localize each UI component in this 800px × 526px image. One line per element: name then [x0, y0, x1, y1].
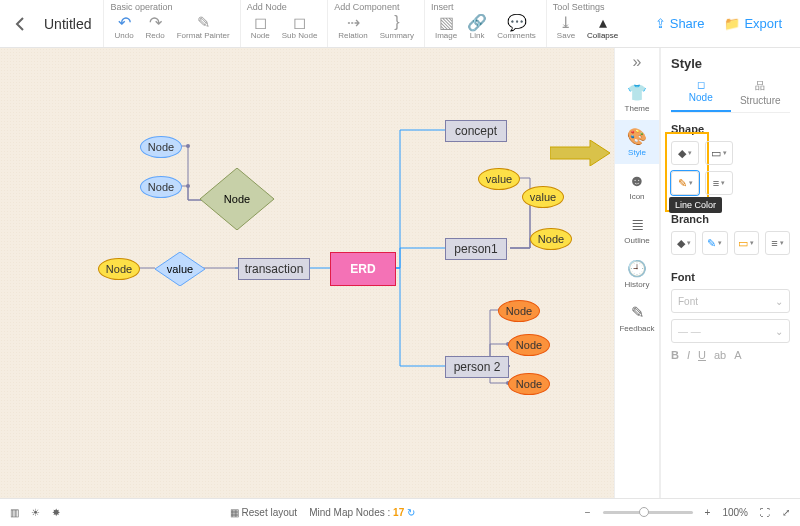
panel-tab-structure[interactable]: 品Structure — [731, 79, 791, 112]
refresh-icon[interactable]: ↻ — [407, 507, 415, 518]
subnode-icon: ◻ — [292, 14, 308, 30]
document-title[interactable]: Untitled — [32, 0, 103, 47]
node-value2[interactable]: value — [522, 186, 564, 208]
fullscreen-button[interactable]: ⤢ — [782, 507, 790, 518]
tab-icon[interactable]: ☻Icon — [615, 164, 659, 208]
node-left-ell1[interactable]: Node — [140, 136, 182, 158]
add-subnode-button[interactable]: ◻Sub Node — [278, 14, 322, 40]
back-button[interactable] — [8, 0, 32, 47]
node-orange2[interactable]: Node — [508, 334, 550, 356]
node-person2[interactable]: person 2 — [445, 356, 509, 378]
toolbar-group-basic: Basic operation ↶Undo ↷Redo ✎Format Pain… — [103, 0, 239, 47]
tab-outline[interactable]: ≣Outline — [615, 208, 659, 252]
bold-button[interactable]: B — [671, 349, 679, 361]
relation-icon: ⇢ — [345, 14, 361, 30]
node-counter: Mind Map Nodes : 17 ↻ — [309, 507, 415, 518]
image-icon: ▧ — [438, 14, 454, 30]
branch-fill-button[interactable]: ◆▾ — [671, 231, 696, 255]
svg-point-8 — [186, 144, 190, 148]
font-size-select[interactable]: — —⌄ — [671, 319, 790, 343]
toolbar-group-add-component: Add Component ⇢Relation }Summary — [327, 0, 424, 47]
node-left-ell2[interactable]: Node — [140, 176, 182, 198]
relation-button[interactable]: ⇢Relation — [334, 14, 371, 40]
panel-tab-node[interactable]: ◻Node — [671, 79, 731, 112]
node-tab-icon: ◻ — [697, 79, 705, 90]
image-button[interactable]: ▧Image — [431, 14, 461, 40]
node-orange3[interactable]: Node — [508, 373, 550, 395]
italic-button[interactable]: I — [687, 349, 690, 361]
summary-button[interactable]: }Summary — [376, 14, 418, 40]
settings-button[interactable]: ✸ — [52, 507, 60, 518]
branch-color-button[interactable]: ✎▾ — [702, 231, 727, 255]
comments-icon: 💬 — [509, 14, 525, 30]
save-button[interactable]: ⤓Save — [553, 14, 579, 40]
smiley-icon: ☻ — [629, 172, 646, 190]
shape-fill-button[interactable]: ◆▾ — [671, 141, 699, 165]
tab-theme[interactable]: 👕Theme — [615, 76, 659, 120]
shape-style-button[interactable]: ▭▾ — [705, 141, 733, 165]
link-button[interactable]: 🔗Link — [465, 14, 489, 40]
node-value1[interactable]: value — [478, 168, 520, 190]
zoom-level[interactable]: 100% — [722, 507, 748, 518]
format-painter-button[interactable]: ✎Format Painter — [173, 14, 234, 40]
brightness-button[interactable]: ☀ — [31, 507, 40, 518]
node-value-diamond[interactable]: value — [155, 252, 205, 286]
undo-button[interactable]: ↶Undo — [110, 14, 137, 40]
node-orange1[interactable]: Node — [498, 300, 540, 322]
tab-feedback[interactable]: ✎Feedback — [615, 296, 659, 340]
collapse-icon: ▴ — [595, 14, 611, 30]
line-color-button[interactable]: ✎▾ — [671, 171, 699, 195]
summary-icon: } — [389, 14, 405, 30]
strike-button[interactable]: ab — [714, 349, 726, 361]
branch-border-button[interactable]: ▭▾ — [734, 231, 759, 255]
zoom-slider[interactable] — [603, 511, 693, 514]
zoom-in-button[interactable]: + — [705, 507, 711, 518]
node-diamond-olive[interactable]: Node — [200, 168, 274, 230]
node-yellow-node[interactable]: Node — [530, 228, 572, 250]
reset-layout-button[interactable]: ▦ Reset layout — [230, 507, 297, 518]
palette-icon: 🎨 — [627, 127, 647, 146]
node-root-erd[interactable]: ERD — [330, 252, 396, 286]
font-family-select[interactable]: Font⌄ — [671, 289, 790, 313]
border-icon: ▭ — [738, 237, 748, 250]
comments-button[interactable]: 💬Comments — [493, 14, 540, 40]
node-transaction[interactable]: transaction — [238, 258, 310, 280]
clock-icon: 🕘 — [627, 259, 647, 278]
brush2-icon: ✎ — [707, 237, 716, 250]
zoom-out-button[interactable]: − — [585, 507, 591, 518]
node-yellow-left[interactable]: Node — [98, 258, 140, 280]
underline-button[interactable]: U — [698, 349, 706, 361]
share-button[interactable]: ⇪Share — [645, 0, 715, 47]
line-style-button[interactable]: ≡▾ — [705, 171, 733, 195]
chevron-down-icon: ⌄ — [775, 296, 783, 307]
section-font: Font — [671, 271, 790, 283]
font-color-button[interactable]: A — [734, 349, 741, 361]
tab-style[interactable]: 🎨Style — [615, 120, 659, 164]
panel-title: Style — [671, 56, 790, 71]
fill-icon: ◆ — [678, 147, 686, 160]
tab-history[interactable]: 🕘History — [615, 252, 659, 296]
status-bar: ▥ ☀ ✸ ▦ Reset layout Mind Map Nodes : 17… — [0, 498, 800, 526]
export-icon: 📁 — [724, 16, 740, 31]
structure-tab-icon: 品 — [755, 79, 765, 93]
export-button[interactable]: 📁Export — [714, 0, 792, 47]
shirt-icon: 👕 — [627, 83, 647, 102]
collapse-panel-button[interactable]: » — [615, 48, 659, 76]
undo-icon: ↶ — [116, 14, 132, 30]
branch-line-button[interactable]: ≡▾ — [765, 231, 790, 255]
add-node-button[interactable]: ◻Node — [247, 14, 274, 40]
node-person1[interactable]: person1 — [445, 238, 507, 260]
annotation-arrow-icon — [550, 140, 610, 170]
redo-button[interactable]: ↷Redo — [142, 14, 169, 40]
toolbar-group-insert: Insert ▧Image 🔗Link 💬Comments — [424, 0, 546, 47]
fit-button[interactable]: ⛶ — [760, 507, 770, 518]
node-concept[interactable]: concept — [445, 120, 507, 142]
share-icon: ⇪ — [655, 16, 666, 31]
link-icon: 🔗 — [469, 14, 485, 30]
canvas[interactable]: ERD concept person1 person 2 value value… — [0, 48, 614, 498]
presentation-button[interactable]: ▥ — [10, 507, 19, 518]
svg-point-9 — [186, 184, 190, 188]
section-shape: Shape — [671, 123, 790, 135]
collapse-button[interactable]: ▴Collapse — [583, 14, 622, 40]
pencil-icon: ✎ — [631, 303, 644, 322]
